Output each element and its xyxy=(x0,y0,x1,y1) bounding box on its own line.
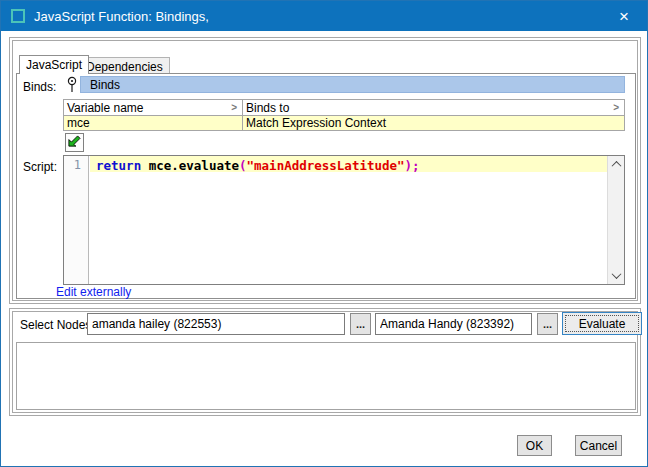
app-icon xyxy=(11,9,25,23)
binds-to-cell[interactable]: Match Expression Context xyxy=(243,116,625,131)
column-header-binds-to[interactable]: Binds to > xyxy=(243,99,625,116)
column-label: Binds to xyxy=(246,101,289,115)
binds-table-row[interactable]: mce Match Expression Context xyxy=(63,116,625,131)
browse-node-right-button[interactable]: ... xyxy=(537,313,558,335)
window-title: JavaScript Function: Bindings, xyxy=(34,9,209,24)
title-bar[interactable]: JavaScript Function: Bindings, × xyxy=(1,1,647,31)
sort-chevron-icon[interactable]: > xyxy=(613,102,619,113)
script-label: Script: xyxy=(23,160,57,174)
script-editor[interactable]: 1 return mce.evaluate("mainAddressLatitu… xyxy=(63,155,625,285)
open-paren-token: ( xyxy=(239,158,247,173)
evaluate-button[interactable]: Evaluate xyxy=(562,312,642,335)
close-button[interactable]: × xyxy=(601,1,647,31)
browse-node-left-button[interactable]: ... xyxy=(350,313,371,335)
dialog-body: JavaScript Dependencies Binds: Binds xyxy=(1,31,647,466)
javascript-tab-panel: Binds: Binds Variable name > xyxy=(16,73,636,299)
close-punct-token: ); xyxy=(405,158,420,173)
chevron-up-icon xyxy=(611,161,621,171)
scroll-up-button[interactable] xyxy=(608,156,624,173)
binds-section-header[interactable]: Binds xyxy=(80,76,625,93)
code-region[interactable]: return mce.evaluate("mainAddressLatitude… xyxy=(90,156,607,284)
keyword-token: return xyxy=(96,158,141,173)
tab-dependencies[interactable]: Dependencies xyxy=(79,57,170,73)
edit-externally-link[interactable]: Edit externally xyxy=(56,285,131,299)
pin-icon xyxy=(66,76,78,93)
node-right-input[interactable] xyxy=(375,313,532,335)
member-call-token: mce.evaluate xyxy=(141,158,239,173)
function-editor-group: JavaScript Dependencies Binds: Binds xyxy=(9,37,641,304)
select-nodes-label: Select Nodes xyxy=(20,318,91,332)
tab-javascript[interactable]: JavaScript xyxy=(19,55,89,74)
green-arrow-icon xyxy=(67,133,82,152)
column-header-variable-name[interactable]: Variable name > xyxy=(63,99,243,116)
cancel-button[interactable]: Cancel xyxy=(575,435,622,456)
binds-table: Variable name > Binds to > mce xyxy=(63,99,625,131)
close-icon: × xyxy=(619,8,629,25)
line-number: 1 xyxy=(64,156,88,172)
node-left-input[interactable] xyxy=(87,313,345,335)
chevron-down-icon xyxy=(611,269,621,279)
variable-name-cell[interactable]: mce xyxy=(63,116,243,131)
column-label: Variable name xyxy=(67,101,144,115)
code-line: return mce.evaluate("mainAddressLatitude… xyxy=(90,156,607,173)
string-token: "mainAddressLatitude" xyxy=(247,158,405,173)
evaluate-group: Select Nodes ... ... Evaluate xyxy=(9,308,641,416)
evaluation-result-area[interactable] xyxy=(16,342,636,410)
editor-vertical-scrollbar[interactable] xyxy=(607,156,624,284)
binds-label: Binds: xyxy=(23,80,56,94)
line-number-gutter: 1 xyxy=(64,156,89,284)
insert-variable-button[interactable] xyxy=(65,133,84,152)
ok-button[interactable]: OK xyxy=(517,435,552,456)
binds-table-header-row: Variable name > Binds to > xyxy=(63,99,625,116)
scroll-down-button[interactable] xyxy=(608,267,624,284)
javascript-function-dialog: JavaScript Function: Bindings, × JavaScr… xyxy=(0,0,648,467)
sort-chevron-icon[interactable]: > xyxy=(231,102,237,113)
